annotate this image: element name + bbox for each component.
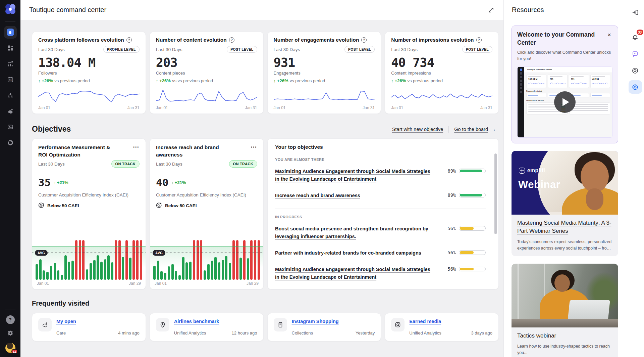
app-label: Collections: [292, 330, 313, 336]
progress-bar: [459, 267, 486, 271]
help-button[interactable]: ?: [6, 315, 15, 324]
level-badge: POST LEVEL: [227, 46, 257, 53]
start-new-objective-link[interactable]: Start with new objective: [392, 127, 443, 132]
kpi-delta: ↑ +26% vs vs previous period: [156, 78, 257, 83]
emplifi-logo[interactable]: [5, 3, 16, 15]
progress-bar: [459, 193, 486, 197]
frequently-visited-row: My open Care 4 mins ago Airlines benchma…: [32, 313, 499, 341]
play-button[interactable]: [554, 91, 576, 113]
kpi-title: Number of impressions evolution: [391, 37, 474, 43]
objective-card-reach[interactable]: Increase reach and brand awareness ⋯ Las…: [150, 138, 264, 289]
frequently-visited-card[interactable]: Airlines benchmark Unified Analytics 12 …: [150, 313, 264, 341]
kpi-sparkline: [391, 85, 492, 104]
objective-card-roi[interactable]: Performance Measurement & ROI Optimizati…: [32, 138, 146, 289]
frequently-visited-link[interactable]: Airlines benchmark: [174, 319, 219, 324]
expand-button[interactable]: [486, 5, 496, 15]
objective-metric: Customer Acquisition Efficiency Index (C…: [38, 192, 140, 197]
level-badge: POST LEVEL: [462, 46, 492, 53]
arrow-up-icon: ↑: [156, 78, 158, 83]
objective-link[interactable]: Maximizing Audience Engagement through S…: [275, 266, 448, 281]
nav-publisher-button[interactable]: 31: [4, 73, 17, 86]
welcome-title: Welcome to your Command Center: [517, 31, 598, 47]
objectives-header: Objectives Start with new objective Go t…: [32, 125, 499, 134]
frequently-visited-card[interactable]: My open Care 4 mins ago: [32, 313, 146, 341]
objectives-list: YOU ARE ALMOST THERE Maximizing Audience…: [275, 158, 495, 289]
more-options-button[interactable]: ⋯: [251, 144, 257, 150]
tactics-webinar-link[interactable]: Tactics webinar: [517, 332, 612, 340]
goal-bullseye-icon: [38, 202, 44, 209]
level-badge: POST LEVEL: [344, 46, 375, 53]
kpi-row: Cross platform followers evolution ? Las…: [32, 32, 499, 114]
nav-home-button[interactable]: [4, 26, 17, 39]
goals-button[interactable]: [629, 64, 642, 77]
objective-link[interactable]: Boost social media presence and strength…: [275, 225, 448, 240]
frequently-visited-card[interactable]: Instagram Shopping Collections Yesterday: [267, 313, 381, 341]
kpi-label: Content pieces: [156, 71, 257, 76]
arrow-up-icon: ↑: [38, 78, 41, 83]
user-avatar[interactable]: 12: [5, 343, 15, 353]
assistant-button[interactable]: [629, 47, 642, 61]
kpi-delta: ↑ +26% vs previous period: [38, 78, 140, 83]
arrow-up-icon: ↑: [274, 78, 276, 83]
frequently-visited-link[interactable]: Instagram Shopping: [292, 319, 339, 324]
collapse-panel-button[interactable]: [629, 6, 642, 19]
main-column: Toutique command center Cross platform f…: [20, 0, 503, 357]
nav-care-button[interactable]: [4, 105, 17, 118]
objectives-heading: Objectives: [32, 125, 71, 134]
nav-dashboards-button[interactable]: [4, 42, 17, 54]
more-options-button[interactable]: ⋯: [133, 144, 140, 150]
help-icon[interactable]: ?: [229, 37, 234, 43]
command-center-button[interactable]: [629, 80, 642, 94]
webinar-link[interactable]: Mastering Social Media Maturity: A 3-Par…: [517, 219, 612, 235]
kpi-period: Last 30 Days: [391, 47, 418, 52]
kpi-period: Last 30 Days: [156, 47, 182, 52]
frequently-visited-link[interactable]: Earned media: [409, 319, 441, 324]
webinar-tag: Webinar: [518, 179, 560, 191]
kpi-card-engagements[interactable]: Number of engagements evolution ? Last 3…: [267, 32, 381, 114]
kpi-sparkline: [38, 85, 140, 104]
objective-title: Increase reach and brand awareness: [156, 144, 236, 158]
kpi-card-followers[interactable]: Cross platform followers evolution ? Las…: [32, 32, 146, 114]
nav-media-button[interactable]: [4, 121, 17, 133]
dashboard-grid-icon: [7, 45, 14, 51]
kpi-value: 40 734: [391, 55, 492, 70]
objective-link[interactable]: Maximizing Audience Engagement through S…: [275, 168, 448, 183]
average-line: AVG: [32, 253, 146, 253]
kpi-value: 931: [274, 55, 375, 70]
kpi-card-impressions[interactable]: Number of impressions evolution ? Last 3…: [385, 32, 499, 114]
tactics-image: [512, 264, 618, 327]
frequently-visited-link[interactable]: My open: [56, 319, 76, 324]
progress-percent: 89%: [448, 168, 456, 174]
nav-community-button[interactable]: [4, 89, 17, 102]
help-icon[interactable]: ?: [476, 37, 482, 43]
arrow-up-icon: ↑: [54, 180, 56, 185]
status-badge: ON TRACK: [111, 160, 140, 168]
target-line: [32, 247, 146, 247]
brand-name: emplifi: [527, 168, 545, 174]
collapse-panel-icon: [632, 9, 639, 16]
go-to-board-link[interactable]: Go to the board →: [454, 126, 496, 132]
objective-link[interactable]: Partner with industry-related brands for…: [275, 249, 448, 257]
webinar-card[interactable]: emplifi Webinar Mastering Social Media M…: [512, 151, 618, 256]
objective-link[interactable]: Increase reach and brand awareness: [275, 192, 448, 199]
frequently-visited-heading: Frequently visited: [32, 300, 499, 307]
calendar-icon: 31: [7, 76, 14, 83]
settings-button[interactable]: [5, 328, 15, 338]
nav-listening-button[interactable]: [4, 136, 17, 149]
instagram-icon: [391, 318, 405, 331]
help-icon[interactable]: ?: [361, 37, 367, 43]
welcome-video-thumbnail[interactable]: Toutique command center 138.04 M 203 931…: [517, 66, 612, 138]
notifications-button[interactable]: 33: [629, 31, 642, 44]
visited-time: 3 days ago: [471, 330, 492, 336]
nav-analytics-button[interactable]: [4, 57, 17, 70]
tactics-webinar-card[interactable]: Tactics webinar Learn how to use industr…: [512, 264, 618, 357]
help-icon[interactable]: ?: [126, 37, 132, 43]
kpi-value: 138.04 M: [38, 55, 140, 70]
close-icon[interactable]: ×: [606, 31, 612, 39]
panel-scrollbar[interactable]: [494, 153, 497, 234]
progress-bar: [459, 250, 486, 255]
frequently-visited-card[interactable]: Earned media Unified Analytics 3 days ag…: [385, 313, 499, 341]
kpi-value: 203: [156, 55, 257, 70]
kpi-title: Number of engagements evolution: [274, 37, 359, 43]
kpi-card-content[interactable]: Number of content evolution ? Last 30 Da…: [150, 32, 264, 114]
